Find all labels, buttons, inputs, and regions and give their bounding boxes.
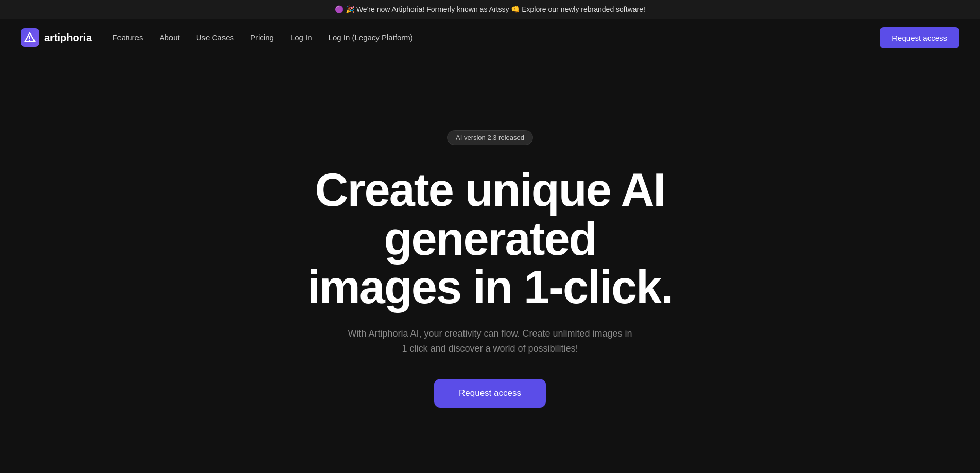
nav-item-about[interactable]: About: [159, 33, 179, 42]
nav-item-use-cases[interactable]: Use Cases: [196, 33, 234, 42]
nav-link-pricing[interactable]: Pricing: [250, 33, 274, 42]
nav-link-about[interactable]: About: [159, 33, 179, 42]
hero-request-access-button[interactable]: Request access: [434, 379, 546, 408]
nav-item-login-legacy[interactable]: Log In (Legacy Platform): [329, 33, 413, 42]
announcement-text: 🟣 🎉 We're now Artiphoria! Formerly known…: [335, 5, 645, 13]
announcement-bar: 🟣 🎉 We're now Artiphoria! Formerly known…: [0, 0, 980, 19]
hero-section: AI version 2.3 released Create unique AI…: [0, 56, 980, 471]
nav-item-pricing[interactable]: Pricing: [250, 33, 274, 42]
navbar-left: artiphoria Features About Use Cases Pric…: [21, 28, 413, 47]
nav-item-login[interactable]: Log In: [290, 33, 312, 42]
nav-link-login-legacy[interactable]: Log In (Legacy Platform): [329, 33, 413, 42]
nav-link-use-cases[interactable]: Use Cases: [196, 33, 234, 42]
nav-item-features[interactable]: Features: [112, 33, 143, 42]
nav-link-features[interactable]: Features: [112, 33, 143, 42]
hero-title: Create unique AI generated images in 1-c…: [259, 166, 722, 312]
nav-link-login[interactable]: Log In: [290, 33, 312, 42]
logo-icon: [21, 28, 39, 47]
version-badge-text: AI version 2.3 released: [456, 134, 524, 142]
nav-request-access-button[interactable]: Request access: [880, 27, 959, 48]
hero-title-line1: Create unique AI generated: [315, 164, 665, 265]
nav-links: Features About Use Cases Pricing Log In …: [112, 33, 413, 42]
hero-subtitle: With Artiphoria AI, your creativity can …: [346, 326, 634, 356]
svg-point-2: [29, 40, 30, 41]
logo-text: artiphoria: [44, 32, 92, 44]
logo-link[interactable]: artiphoria: [21, 28, 92, 47]
hero-title-line2: images in 1-click.: [307, 261, 673, 313]
navbar: artiphoria Features About Use Cases Pric…: [0, 19, 980, 56]
version-badge: AI version 2.3 released: [447, 130, 533, 145]
